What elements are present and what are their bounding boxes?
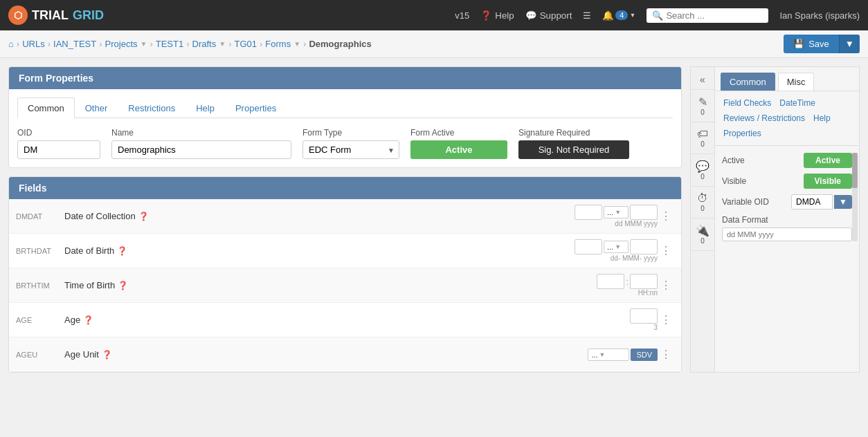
help-icon-brthtim[interactable]: ❓	[118, 281, 128, 290]
field-menu-btn-brthdat[interactable]: ⋮	[658, 243, 674, 259]
menu-button[interactable]: ☰	[583, 10, 591, 21]
save-icon: 💾	[793, 39, 804, 49]
navbar: ⬡ TRIALGRID v15 ❓ Help 💬 Support ☰ 🔔 4 ▼…	[0, 0, 868, 30]
user-label: Ian Sparks (isparks)	[779, 10, 860, 21]
breadcrumb-drafts[interactable]: Drafts ▼	[192, 39, 226, 49]
field-menu-btn-ageu[interactable]: ⋮	[658, 346, 674, 362]
help-icon-brthdat[interactable]: ❓	[117, 246, 127, 256]
name-group: Name	[111, 128, 291, 159]
name-input[interactable]	[111, 140, 291, 159]
field-label-brthdat: Date of Birth ❓	[64, 245, 575, 256]
breadcrumb-projects[interactable]: Projects ▼	[105, 39, 147, 49]
home-icon: ⌂	[8, 39, 14, 49]
save-button-group: 💾 Save ▼	[784, 35, 860, 53]
date-inputs-dmdat: ... ▼	[575, 205, 658, 220]
sidebar-clock-button[interactable]: ⏱ 0	[691, 187, 714, 218]
date-day-input-brthdat[interactable]	[575, 239, 602, 254]
fp-variable-oid-label: Variable OID	[722, 197, 769, 207]
date-month-select-dmdat[interactable]: ... ▼	[604, 206, 629, 218]
signature-button[interactable]: Sig. Not Required	[518, 140, 629, 159]
breadcrumb-forms[interactable]: Forms ▼	[265, 39, 300, 49]
fp-data-format-label: Data Format	[722, 215, 768, 225]
help-icon-dmdat[interactable]: ❓	[138, 212, 149, 221]
sidebar-plugin-button[interactable]: 🔌 0	[691, 218, 714, 251]
oid-group: OID	[17, 128, 100, 159]
field-menu-btn-brthtim[interactable]: ⋮	[658, 277, 674, 293]
fp-tab-misc[interactable]: Misc	[778, 73, 815, 91]
tab-restrictions[interactable]: Restrictions	[118, 97, 186, 118]
field-oid-ageu: AGEU	[16, 351, 64, 359]
age-input[interactable]	[630, 308, 658, 324]
field-menu-btn-age[interactable]: ⋮	[658, 312, 674, 328]
fp-data-format-input[interactable]	[722, 227, 852, 241]
date-controls-brthdat: ... ▼ dd- MMM- yyyy	[575, 239, 658, 262]
fp-sub-tab-datetime[interactable]: DateTime	[777, 97, 818, 109]
form-properties-header: Form Properties	[9, 67, 681, 89]
date-year-input-dmdat[interactable]	[630, 205, 658, 220]
field-label-ageu: Age Unit ❓	[64, 349, 588, 360]
form-active-button[interactable]: Active	[410, 140, 507, 159]
date-month-select-brthdat[interactable]: ... ▼	[604, 241, 629, 253]
fp-variable-oid-row: Variable OID ▼	[722, 194, 852, 210]
fp-active-row: Active Active	[722, 153, 852, 168]
sidebar-comment-button[interactable]: 💬 0	[691, 154, 714, 187]
sidebar-edit-button[interactable]: ✎ 0	[691, 90, 714, 122]
tab-properties[interactable]: Properties	[225, 97, 287, 118]
search-input[interactable]	[666, 10, 763, 21]
field-oid-brthdat: BRTHDAT	[16, 247, 64, 255]
fp-tab-common[interactable]: Common	[721, 73, 775, 91]
help-button[interactable]: ❓ Help	[480, 10, 514, 21]
ageu-sdv-button[interactable]: SDV	[631, 348, 658, 361]
fp-var-oid-dropdown[interactable]: ▼	[834, 195, 852, 209]
fp-tabs: Common Misc	[715, 67, 859, 91]
support-button[interactable]: 💬 Support	[525, 10, 572, 21]
brand-trial: TRIAL	[32, 8, 69, 23]
date-day-input-dmdat[interactable]	[575, 205, 602, 220]
field-hint-brthdat: dd- MMM- yyyy	[611, 254, 658, 262]
sidebar-icons: « ✎ 0 🏷 0 💬 0 ⏱ 0 🔌 0	[690, 66, 715, 373]
oid-input[interactable]	[17, 140, 100, 159]
tab-other[interactable]: Other	[75, 97, 118, 118]
save-dropdown-button[interactable]: ▼	[839, 35, 860, 53]
clock-icon: ⏱	[697, 192, 708, 205]
time-inputs-brthtim: :	[597, 274, 658, 289]
form-tabs: Common Other Restrictions Help Propertie…	[17, 97, 673, 118]
tab-help[interactable]: Help	[186, 97, 225, 118]
breadcrumb-tg01[interactable]: TG01	[234, 39, 257, 49]
time-nn-input[interactable]	[630, 274, 658, 289]
help-icon: ❓	[480, 10, 492, 21]
breadcrumb-ian-test[interactable]: IAN_TEST	[53, 39, 96, 49]
fp-content: Active Active Visible Visible Variable O…	[715, 146, 859, 254]
fp-sub-tab-properties[interactable]: Properties	[721, 127, 764, 140]
fp-var-oid-input[interactable]	[791, 194, 833, 210]
breadcrumb: ⌂ › URLs › IAN_TEST › Projects ▼ › TEST1…	[0, 30, 868, 58]
navbar-center: v15 ❓ Help 💬 Support ☰ 🔔 4 ▼ 🔍 Ian Spark…	[455, 8, 860, 23]
breadcrumb-home[interactable]: ⌂	[8, 39, 14, 49]
support-icon: 💬	[525, 10, 537, 21]
sidebar-collapse-button[interactable]: «	[691, 70, 714, 90]
fp-visible-button[interactable]: Visible	[804, 174, 852, 189]
signature-label: Signature Required	[518, 128, 629, 138]
fp-active-button[interactable]: Active	[804, 153, 852, 168]
field-row-brthdat: BRTHDAT Date of Birth ❓ ... ▼	[9, 234, 681, 268]
fp-sub-tab-reviews[interactable]: Reviews / Restrictions	[721, 112, 808, 124]
form-fields-row: OID Name Form Type EDC Form	[17, 128, 673, 159]
help-icon-age[interactable]: ❓	[83, 315, 93, 325]
field-label-dmdat: Date of Collection ❓	[64, 211, 575, 221]
fp-sub-tab-help[interactable]: Help	[811, 112, 833, 124]
save-button[interactable]: 💾 Save	[784, 35, 839, 53]
field-oid-brthtim: BRTHTIM	[16, 281, 64, 290]
form-type-select[interactable]: EDC Form	[302, 140, 399, 159]
date-year-input-brthdat[interactable]	[630, 239, 658, 254]
help-icon-ageu[interactable]: ❓	[102, 350, 112, 360]
breadcrumb-test1[interactable]: TEST1	[156, 39, 183, 49]
tab-common[interactable]: Common	[17, 97, 75, 118]
field-menu-btn-dmdat[interactable]: ⋮	[658, 208, 674, 224]
time-hh-input[interactable]	[597, 274, 624, 289]
notification-button[interactable]: 🔔 4 ▼	[602, 10, 635, 21]
breadcrumb-urls[interactable]: URLs	[22, 39, 45, 49]
field-row-ageu: AGEU Age Unit ❓ ... ▼ SDV	[9, 337, 681, 372]
sidebar-tag-button[interactable]: 🏷 0	[691, 122, 714, 154]
ageu-select[interactable]: ... ▼	[588, 348, 629, 361]
fp-sub-tab-field-checks[interactable]: Field Checks	[721, 97, 774, 109]
